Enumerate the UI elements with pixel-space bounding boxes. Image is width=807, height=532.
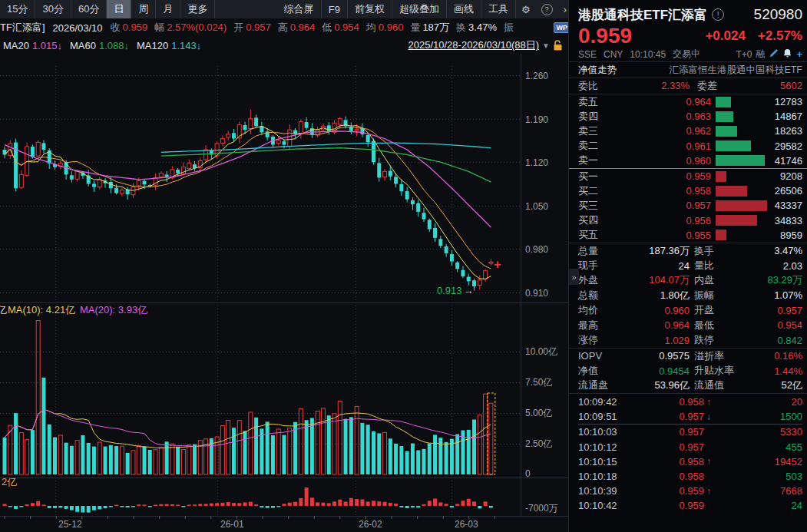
date-range-selector[interactable]: 2025/10/28-2026/03/10(88日): [408, 38, 540, 52]
exchange-label: SSE: [578, 49, 597, 60]
toolbar-button-超级叠加[interactable]: 超级叠加: [392, 0, 447, 18]
tick-time: 10:09:51: [578, 411, 633, 422]
order-row[interactable]: 买一0.9599208: [578, 169, 802, 183]
order-price: 0.955: [610, 230, 711, 241]
tick-list[interactable]: 10:09:420.958↑2010:09:510.957↓150010:10:…: [578, 395, 802, 514]
period-tab-周[interactable]: 周: [131, 0, 156, 18]
chevron-down-icon[interactable]: ▼: [542, 41, 550, 50]
order-row[interactable]: 卖一0.96041746: [578, 154, 802, 168]
order-volume: 18263: [771, 125, 802, 137]
info-field-均: 均0.960: [366, 21, 404, 35]
toolbar: 15分30分60分日周月更多综合屏F9前复权超级叠加画线工具⚙?›: [0, 0, 572, 18]
tick-row[interactable]: 10:09:420.958↑20: [578, 395, 802, 409]
tick-row[interactable]: 10:10:390.959↑7668: [578, 484, 802, 498]
bar-fill: [716, 215, 757, 226]
toolbar-button-画线[interactable]: 画线: [447, 0, 481, 18]
tick-row[interactable]: 10:10:180.958503: [578, 469, 802, 484]
weibi-row: 委比 2.33% 委差 5602: [578, 78, 802, 93]
up-arrow-icon: ↑: [704, 486, 720, 497]
stats-row: 现手24量比2.03: [578, 258, 802, 273]
order-volume-bar: [716, 215, 771, 226]
chart-text: 5.00亿: [525, 408, 552, 418]
info-field-高: 高0.964: [278, 21, 316, 35]
capital-flow-bars: [3, 487, 493, 513]
tick-volume: 20: [720, 396, 802, 408]
chart-text: 0.980: [525, 244, 548, 255]
period-tab-更多[interactable]: 更多: [180, 0, 215, 18]
order-level-label: 卖一: [578, 154, 610, 167]
tick-volume: 24: [720, 500, 802, 511]
toolbar-button-综合屏[interactable]: 综合屏: [277, 0, 322, 18]
tick-price: 0.958: [633, 456, 704, 468]
info-icon[interactable]: !: [712, 8, 724, 21]
info-field-label: 高: [278, 21, 288, 33]
period-tab-30分[interactable]: 30分: [35, 0, 71, 18]
order-volume-bar: [716, 155, 771, 166]
add-icon[interactable]: +: [796, 48, 802, 60]
order-level-label: 买二: [578, 184, 610, 198]
tick-row[interactable]: 10:10:150.958↑19452: [578, 454, 802, 469]
stat-label: 最高: [578, 319, 624, 332]
unlock-icon[interactable]: [553, 40, 563, 51]
info-field-value: 0.959: [123, 21, 148, 33]
chart-text: 26-01: [220, 519, 244, 530]
order-volume: 9208: [771, 170, 802, 182]
info-field-value: 187万: [422, 21, 449, 33]
period-tab-15分[interactable]: 15分: [0, 0, 35, 18]
alert-bell-icon[interactable]: [782, 48, 792, 61]
stat-label: 现手: [578, 259, 624, 273]
info-field-振: 振: [504, 21, 516, 35]
tick-volume: 1500: [720, 411, 802, 422]
order-row[interactable]: 买三0.95743337: [578, 198, 802, 213]
order-row[interactable]: 买二0.95826506: [578, 183, 802, 198]
tick-row[interactable]: 10:10:420.95924: [578, 498, 802, 513]
quote-time: 10:10:45: [630, 49, 666, 60]
order-volume: 34833: [771, 215, 802, 226]
toolbar-button-工具[interactable]: 工具: [481, 0, 516, 18]
chart-text: 1.050: [525, 201, 548, 212]
bar-fill: [716, 155, 765, 166]
chart-canvas[interactable]: 1.2601.1901.1201.0500.9800.91010.00亿7.50…: [0, 54, 568, 532]
order-row[interactable]: 卖三0.96218263: [578, 124, 802, 138]
gear-icon[interactable]: ⚙: [516, 0, 536, 18]
tick-row[interactable]: 10:09:510.957↓1500: [578, 409, 802, 425]
stat-value: 24: [624, 260, 690, 272]
tick-row[interactable]: 10:10:120.957455: [578, 440, 802, 454]
t0-badge: T+0: [736, 49, 752, 60]
tick-time: 10:10:03: [578, 426, 633, 438]
toolbar-gap: [215, 0, 276, 18]
stat-label: 流通盘: [578, 378, 624, 392]
volume-bars: [3, 321, 493, 474]
chart-text: 1.260: [525, 71, 548, 81]
edit-icon[interactable]: [769, 48, 779, 61]
order-row[interactable]: 卖二0.96129582: [578, 139, 802, 154]
currency-label: CNY: [604, 49, 623, 60]
info-field-label: 振: [504, 21, 514, 33]
order-volume: 14867: [771, 111, 802, 122]
help-icon[interactable]: ?: [536, 0, 558, 18]
ma-label: MA60: [70, 40, 96, 51]
chart-text: 1.120: [525, 157, 548, 168]
stat-label: IOPV: [578, 350, 624, 362]
panel-collapse-handle[interactable]: »: [569, 269, 579, 285]
order-row[interactable]: 买四0.95634833: [578, 213, 802, 228]
period-tab-60分[interactable]: 60分: [71, 0, 107, 18]
bar-fill: [716, 97, 731, 107]
order-row[interactable]: 买五0.9558959: [578, 228, 802, 243]
tick-price: 0.957: [633, 441, 704, 453]
instrument-name: 港股通科技ETF汇添富: [578, 6, 707, 24]
period-tab-日[interactable]: 日: [107, 0, 131, 18]
period-tab-月[interactable]: 月: [156, 0, 180, 18]
price-change-pct: +2.57%: [758, 28, 802, 44]
instrument-tag: TF汇添富]: [0, 21, 45, 35]
chart-text: 25-12: [58, 519, 82, 530]
nav-trend-label[interactable]: 净值走势: [578, 64, 617, 77]
toolbar-button-F9[interactable]: F9: [322, 0, 348, 18]
stat-value: 1.07%: [749, 289, 802, 301]
order-row[interactable]: 卖五0.96412783: [578, 94, 802, 109]
fund-full-name: 汇添富恒生港股通中国科技ETF: [669, 64, 802, 77]
order-level-label: 买一: [578, 170, 610, 183]
order-row[interactable]: 卖四0.96314867: [578, 109, 802, 124]
toolbar-button-前复权[interactable]: 前复权: [348, 0, 392, 18]
tick-row[interactable]: 10:10:030.9575330: [578, 425, 802, 439]
